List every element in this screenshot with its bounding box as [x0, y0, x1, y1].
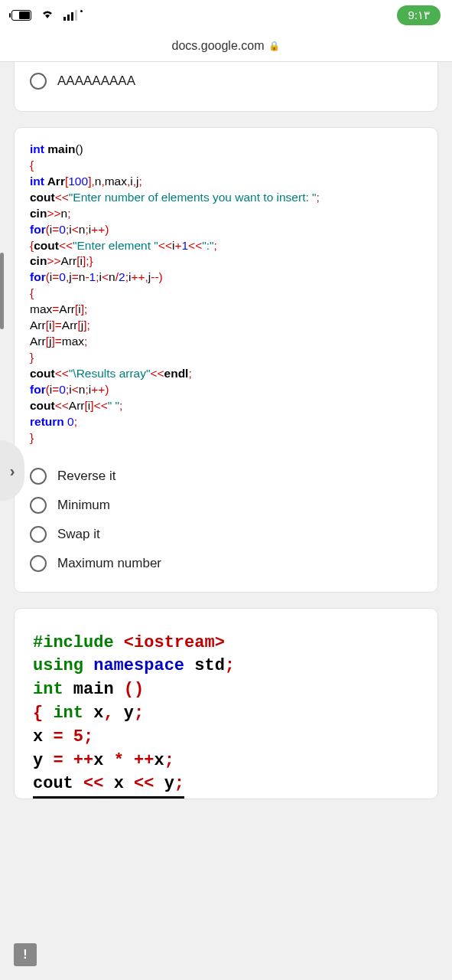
- radio-label: Maximum number: [57, 556, 161, 571]
- radio-option-maximum[interactable]: Maximum number: [30, 549, 422, 578]
- url-bar[interactable]: docs.google.com 🔒: [0, 31, 452, 61]
- radio-label: Swap it: [57, 527, 100, 542]
- status-bar: 9:۱۳: [0, 0, 452, 31]
- radio-option-prev[interactable]: AAAAAAAAA: [30, 67, 422, 96]
- question-card-code1: int main() { int Arr[100],n,max,i,j; cou…: [14, 127, 438, 593]
- radio-option-minimum[interactable]: Minimum: [30, 491, 422, 520]
- radio-circle: [30, 555, 47, 572]
- scroll-indicator: [0, 253, 4, 329]
- radio-label: AAAAAAAAA: [57, 74, 135, 89]
- radio-label: Reverse it: [57, 469, 116, 484]
- radio-circle: [30, 526, 47, 543]
- radio-option-swap[interactable]: Swap it: [30, 520, 422, 549]
- status-left: [11, 8, 83, 22]
- time-badge: 9:۱۳: [397, 5, 441, 25]
- code-block-2: #include <iostream> using namespace std;…: [33, 632, 419, 799]
- battery-icon: [11, 10, 31, 21]
- question-card-prev: AAAAAAAAA: [14, 62, 438, 112]
- radio-circle: [30, 73, 47, 90]
- radio-circle: [30, 497, 47, 514]
- radio-label: Minimum: [57, 498, 110, 513]
- url-domain: docs.google.com: [172, 39, 265, 53]
- radio-option-reverse[interactable]: Reverse it: [30, 462, 422, 491]
- feedback-button[interactable]: !: [14, 943, 37, 966]
- code-block-1: int main() { int Arr[100],n,max,i,j; cou…: [30, 142, 422, 446]
- question-card-code2: #include <iostream> using namespace std;…: [14, 608, 438, 800]
- wifi-icon: [41, 8, 54, 22]
- lock-icon: 🔒: [268, 41, 280, 51]
- radio-circle: [30, 468, 47, 485]
- signal-icon: [63, 10, 83, 21]
